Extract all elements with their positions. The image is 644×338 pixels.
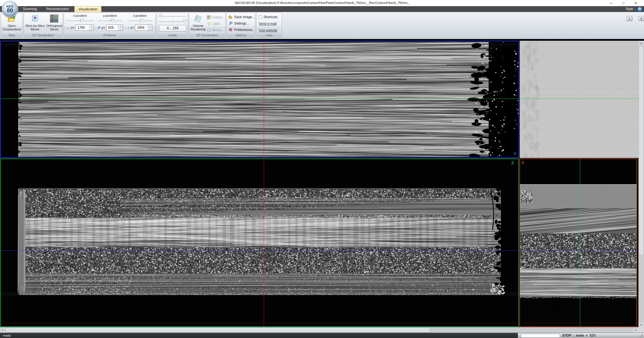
x-spin-up-icon: ▲ (89, 25, 94, 28)
preferences-button[interactable]: Preferences... (229, 27, 255, 33)
z-position-value[interactable]: 1608 (135, 25, 148, 30)
scroll-up-icon[interactable]: ∧ (638, 41, 644, 46)
ribbon-group-links: Shortcuts Send e-mail Visit website Link… (256, 13, 282, 38)
movie-button[interactable]: Movie... (207, 27, 225, 33)
slice-movie-icon (30, 14, 40, 23)
crosshair-y-green-top[interactable] (1, 99, 519, 99)
y-view-canvas[interactable] (1, 41, 519, 157)
light-icon (207, 22, 211, 26)
y-position-steppers[interactable]: ▲ ▼ (118, 25, 123, 30)
vertical-scrollbar[interactable]: ∧ ∨ (638, 41, 644, 327)
volume-rendering-icon (193, 14, 203, 23)
horizontal-scroll-thumb[interactable] (5, 327, 430, 332)
status-right-section: STOP | zoom = 52% (518, 333, 644, 338)
ribbon-group-3d-visualization: VolumeRendering Colors... Light... (189, 13, 226, 38)
group-caption-positions: Positions (64, 33, 155, 37)
panel-label-y: Y (514, 151, 516, 156)
level-range-button[interactable]: 0... 255 (159, 25, 186, 32)
y-position-slider[interactable] (98, 18, 122, 23)
scroll-down-icon[interactable]: ∨ (638, 322, 644, 327)
z-position-steppers[interactable]: ▲ ▼ (148, 25, 152, 30)
maximize-button[interactable]: □ (617, 0, 629, 6)
z-position-slider[interactable] (128, 18, 152, 23)
tab-visualization[interactable]: Visualization (74, 6, 101, 12)
crosshair-y-green-aux[interactable] (520, 99, 638, 99)
slice-panel-x (519, 159, 637, 327)
colors-button[interactable]: Colors... (207, 15, 225, 20)
app-logo[interactable]: NEO 80 (2, 1, 18, 17)
z-view-canvas[interactable] (1, 159, 518, 326)
slice-by-slice-movie-button[interactable]: Slice-by-SliceMovie (24, 14, 46, 33)
volume-rendering-button[interactable]: VolumeRendering (190, 14, 206, 33)
y-spin-up-icon: ▲ (118, 25, 123, 28)
group-caption-2d-visualization: 2D Visualization (24, 33, 62, 37)
y-position-title: y-position (103, 14, 117, 17)
ribbon: OpenCrossections Data Slice-by-SliceMovi… (0, 12, 644, 39)
orthogonal-slices-button[interactable]: OrthogonalSlices (46, 14, 63, 33)
colors-icon (207, 15, 211, 19)
help-icon[interactable]: ? (637, 7, 642, 12)
settings-button[interactable]: Settings... (229, 21, 255, 26)
style-label: Style (626, 7, 633, 11)
status-separator: | (573, 334, 574, 337)
level-low-handle[interactable] (159, 15, 162, 18)
x-position-input[interactable]: 1785 ▲ ▼ (75, 25, 94, 31)
preferences-icon (229, 28, 233, 32)
visit-website-link[interactable]: Visit website (259, 28, 278, 33)
x-slider-handle[interactable] (80, 19, 84, 23)
status-bar: ready STOP | zoom = 52% (0, 333, 644, 338)
y-position-input[interactable]: 926 ▲ ▼ (106, 25, 123, 31)
style-menu[interactable]: Style ⌄ (626, 7, 636, 11)
scrollbar-corner (638, 327, 644, 333)
ribbon-group-options: Save Image... Settings... Preferences... (226, 13, 255, 38)
scroll-left-icon[interactable]: ‹ (0, 327, 5, 333)
save-image-button[interactable]: Save Image... (229, 14, 255, 20)
horizontal-scrollbar[interactable]: ‹ › (0, 327, 638, 333)
group-caption-links: Links (257, 33, 281, 37)
slice-panel-z (0, 159, 519, 327)
keytip-help: A (639, 16, 644, 21)
z-position-input[interactable]: 1608 ▲ ▼ (135, 25, 152, 31)
movie-icon (207, 28, 211, 32)
group-caption-options: Options (227, 33, 255, 37)
crosshair-x-red-bottom[interactable] (264, 159, 264, 326)
aux-panel-top-right (520, 41, 638, 158)
x-spin-down-icon: ▼ (89, 28, 94, 31)
window-title: NEOSCAN 80 [Visualization] D:\Results\co… (0, 1, 644, 4)
aux-view-canvas[interactable] (520, 41, 638, 158)
tab-scanning[interactable]: Scanning (19, 6, 41, 12)
settings-wrench-icon (229, 21, 233, 25)
orthogonal-slices-icon (49, 14, 59, 23)
y-position-value[interactable]: 926 (106, 25, 118, 30)
stop-button[interactable]: STOP (562, 334, 571, 337)
minimize-button[interactable]: — (605, 0, 617, 6)
level-low-slider[interactable] (159, 14, 186, 18)
tab-reconstruction[interactable]: Reconstruction (42, 6, 73, 12)
shortcuts-checkbox[interactable] (259, 15, 262, 19)
level-high-handle[interactable] (184, 20, 187, 23)
y-slider-handle[interactable] (111, 19, 114, 23)
send-email-link[interactable]: Send e-mail (259, 21, 278, 27)
level-high-slider[interactable] (159, 19, 186, 24)
x-view-canvas[interactable] (520, 159, 636, 326)
crosshair-z-blue-left[interactable] (1, 250, 518, 251)
z-position-control: z-position ↕ z= 1608 ▲ ▼ (125, 14, 154, 33)
light-button[interactable]: Light... (207, 21, 225, 27)
z-slider-handle[interactable] (140, 19, 143, 23)
x-position-steppers[interactable]: ▲ ▼ (89, 25, 94, 30)
crosshair-z-blue-right[interactable] (520, 250, 636, 251)
group-caption-data: Data (1, 33, 22, 37)
group-caption-levels: Levels (157, 33, 187, 37)
shortcuts-toggle[interactable]: Shortcuts (259, 14, 278, 20)
x-position-title: x-position (73, 14, 87, 17)
crosshair-g-green-vertical[interactable] (580, 159, 580, 326)
scroll-right-icon[interactable]: › (633, 327, 638, 333)
resize-grip[interactable] (640, 334, 643, 337)
x-position-value[interactable]: 1785 (76, 25, 89, 30)
crosshair-x-red-top[interactable] (264, 41, 264, 157)
close-button[interactable]: ✕ (629, 0, 642, 6)
vertical-scroll-thumb[interactable] (639, 46, 644, 255)
ribbon-group-positions: x-position ↔ x= 1785 ▲ ▼ (64, 13, 156, 38)
slice-panel-y (0, 41, 519, 158)
x-position-slider[interactable] (66, 18, 94, 23)
